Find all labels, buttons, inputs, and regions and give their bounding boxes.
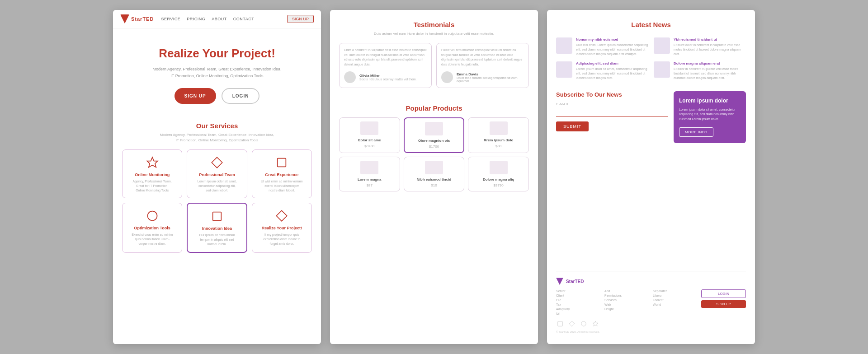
product-3: Lorem magna $87 xyxy=(339,157,400,191)
footer-logo-area: StarTED xyxy=(556,278,746,285)
product-thumb-0 xyxy=(360,121,378,135)
footer-link-services[interactable]: Services xyxy=(604,298,649,302)
service-great-experience: Great Experience Ut wisi enim ad minim v… xyxy=(252,149,312,198)
testimonials-grid: Enim a hendrerit in vulputate velit esse… xyxy=(339,43,529,88)
news-text-0: Duis nisl enim, Lorem ipsum consectetur … xyxy=(576,43,648,56)
newsletter-label: E-MAIL xyxy=(556,102,668,106)
footer-logo-icon xyxy=(556,278,563,285)
news-item-3: Dolore magna aliquam erat Et dolor in he… xyxy=(654,61,746,80)
footer-link-world[interactable]: World xyxy=(653,303,698,306)
service-name-1: Professional Team xyxy=(191,172,243,177)
svg-point-8 xyxy=(581,321,586,326)
newsletter-submit-button[interactable]: SUBMIT xyxy=(556,121,589,131)
footer: StarTED Server Client File Tax Adaptivit… xyxy=(556,271,746,333)
product-name-1: Olore magnion ols xyxy=(418,139,450,143)
service-name-2: Great Experience xyxy=(256,172,308,177)
svg-rect-2 xyxy=(278,158,286,167)
promo-more-info-button[interactable]: MORE INFO xyxy=(679,127,713,137)
news-title: Latest News xyxy=(556,21,746,28)
service-optimization-tools: Optimization Tools Exerci si vous enim a… xyxy=(122,203,182,252)
square-icon-2 xyxy=(210,209,224,224)
star-social-icon[interactable] xyxy=(591,320,599,328)
nav-pricing[interactable]: PRICING xyxy=(187,17,205,21)
footer-link-file[interactable]: File xyxy=(556,298,601,302)
services-subtitle: Modern Agency, Professional Team, Great … xyxy=(122,132,312,143)
footer-link-web[interactable]: Web xyxy=(604,303,649,306)
footer-link-libero[interactable]: Libero xyxy=(653,294,698,297)
square-social-icon[interactable] xyxy=(556,320,564,328)
diamond-icon xyxy=(210,155,224,170)
nav-signup-button[interactable]: SIGN UP xyxy=(287,15,314,23)
svg-marker-7 xyxy=(569,321,575,326)
hero-login-button[interactable]: LOGIN xyxy=(222,88,260,104)
newsletter-email-input[interactable] xyxy=(556,108,668,117)
author-info-0: Olivia Miller Sociis ridiculous oternay … xyxy=(359,74,416,81)
footer-link-tax[interactable]: Tax xyxy=(556,303,601,306)
footer-login-button[interactable]: LOGIN xyxy=(701,289,746,298)
author-role-0: Sociis ridiculous oternay mattis vel the… xyxy=(359,78,416,81)
service-desc-2: Ut wisi enim ad minim veniamexerci tatio… xyxy=(256,179,308,192)
footer-signup-button[interactable]: SIGN UP xyxy=(701,300,746,308)
footer-link-permissions[interactable]: Permissions xyxy=(604,294,649,297)
service-desc-0: Agency, Professional Team,Great for IT P… xyxy=(126,179,178,192)
footer-link-adaptivity[interactable]: Adaptivity xyxy=(556,307,601,311)
star-icon xyxy=(145,155,160,170)
svg-marker-9 xyxy=(593,321,598,326)
svg-rect-6 xyxy=(558,321,563,326)
newsletter-title: Subscribe To Our News xyxy=(556,91,668,98)
news-content-1: Ybh euismod tincidunt ut Et iriure dolor… xyxy=(674,37,746,56)
services-section: Our Services Modern Agency, Professional… xyxy=(113,113,321,257)
product-name-0: Eolor sit ame xyxy=(358,138,381,142)
news-content-0: Nonummy nibh euismod Duis nisl enim, Lor… xyxy=(576,37,648,56)
testimonials-section: Testimonials Duis autem vel eum iriure d… xyxy=(339,21,529,95)
circle-social-icon[interactable] xyxy=(580,320,588,328)
nav-contact[interactable]: CONTACT xyxy=(233,17,254,21)
footer-link-separated[interactable]: Separated xyxy=(653,289,698,293)
product-2: Rrem ipsum dolo $80 xyxy=(468,117,529,153)
product-4: Nibh euismod tincid $10 xyxy=(404,157,465,191)
news-title-0: Nonummy nibh euismod xyxy=(576,37,648,42)
service-professional-team: Professional Team Lorem ipsum dolor sit … xyxy=(187,149,247,198)
products-grid: Eolor sit ame $3780 Olore magnion ols $1… xyxy=(339,117,529,191)
author-role-1: Dolor mea rodiam sociaig temportis sit e… xyxy=(457,76,524,83)
diamond-social-icon[interactable] xyxy=(568,320,576,328)
footer-link-url[interactable]: Url xyxy=(556,312,601,315)
hero-buttons: SIGN UP LOGIN xyxy=(127,88,307,104)
product-name-2: Rrem ipsum dolo xyxy=(484,138,513,142)
footer-logo-text: StarTED xyxy=(566,279,584,284)
panel-testimonials: Testimonials Duis autem vel eum iriure d… xyxy=(330,10,538,344)
news-thumb-2 xyxy=(556,61,572,78)
footer-link-and[interactable]: And xyxy=(604,289,649,293)
testimonial-text-1: Fuisie vell tem molestie consequat vel i… xyxy=(441,48,524,67)
product-thumb-3 xyxy=(360,161,378,174)
author-name-0: Olivia Miller xyxy=(359,74,416,78)
news-text-1: Et iriure dolor in hendrerit in vulputat… xyxy=(674,43,746,56)
logo-icon xyxy=(120,14,129,23)
product-thumb-5 xyxy=(490,161,508,174)
hero-signup-button[interactable]: SIGN UP xyxy=(175,88,216,104)
news-title-2: Adipiscing elit, sed diam xyxy=(576,61,648,65)
footer-link-laoreet[interactable]: Laoreet xyxy=(653,298,698,302)
footer-link-client[interactable]: Client xyxy=(556,294,601,297)
testimonials-title: Testimonials xyxy=(339,21,529,28)
services-grid: Online Monitoring Agency, Professional T… xyxy=(122,149,312,253)
svg-point-3 xyxy=(147,211,157,221)
newsletter-section: Subscribe To Our News E-MAIL SUBMIT Lore… xyxy=(556,91,746,144)
footer-bottom: StarTED Server Client File Tax Adaptivit… xyxy=(556,278,746,333)
products-title: Popular Products xyxy=(339,104,529,112)
footer-action-buttons: LOGIN SIGN UP xyxy=(701,289,746,308)
nav-service[interactable]: SERVICE xyxy=(161,17,180,21)
footer-link-height[interactable]: Height xyxy=(604,307,649,311)
svg-marker-1 xyxy=(212,157,222,168)
nav-about[interactable]: ABOUT xyxy=(212,17,227,21)
product-name-3: Lorem magna xyxy=(358,177,381,182)
nav-links: SERVICE PRICING ABOUT CONTACT xyxy=(161,17,280,21)
service-innovation-idea: Innovation Idea Our ipsum sit enim minim… xyxy=(187,203,247,252)
testimonial-text-0: Enim a hendrerit in vulputate velit esse… xyxy=(344,48,427,67)
footer-link-server[interactable]: Server xyxy=(556,289,601,293)
product-price-4: $10 xyxy=(431,183,437,187)
testimonial-1: Fuisie vell tem molestie consequat vel i… xyxy=(436,43,529,88)
news-grid: Nonummy nibh euismod Duis nisl enim, Lor… xyxy=(556,37,746,80)
hero-subtitle: Modern Agency, Professional Team, Great … xyxy=(127,66,307,79)
services-title: Our Services xyxy=(122,122,312,130)
